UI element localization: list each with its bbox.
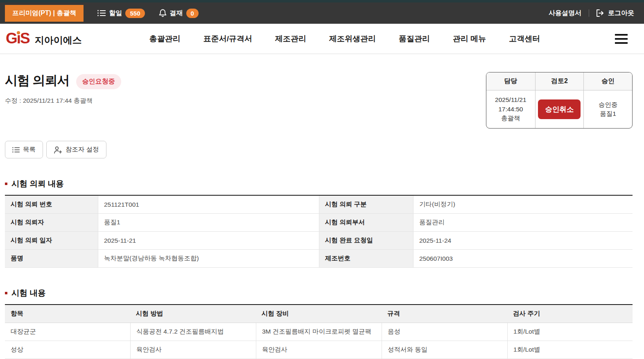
toolbar: 목록 참조자 설정 bbox=[5, 141, 633, 158]
column-header: 항목 bbox=[5, 305, 130, 323]
nav-item-standards-specs[interactable]: 표준서/규격서 bbox=[203, 34, 252, 44]
table-cell: 성적서와 동일 bbox=[382, 341, 507, 359]
navbar: GıS 지아이에스 총괄관리 표준서/규격서 제조관리 제조위생관리 품질관리 … bbox=[0, 24, 644, 54]
nav-item-customer-center[interactable]: 고객센터 bbox=[509, 34, 540, 44]
topbar-right: 사용설명서 로그아웃 bbox=[549, 9, 634, 18]
nav-item-manufacturing-hygiene[interactable]: 제조위생관리 bbox=[329, 34, 376, 44]
logout-label: 로그아웃 bbox=[608, 9, 634, 18]
column-header: 규격 bbox=[382, 305, 507, 323]
person-plus-icon bbox=[54, 146, 62, 154]
table-cell: 성상 bbox=[5, 341, 130, 359]
field-value: 품질1 bbox=[98, 214, 319, 232]
main-content: 시험 의뢰서 승인요청중 수정 : 2025/11/21 17:44 총괄책 담… bbox=[0, 72, 644, 359]
approval-manager-cell: 2025/11/21 17:44:50 총괄책 bbox=[486, 90, 535, 128]
logo[interactable]: GıS 지아이에스 bbox=[6, 31, 82, 47]
column-header: 시험 장비 bbox=[256, 305, 382, 323]
approval-line-header: 담당 검토2 승인 bbox=[486, 72, 632, 90]
test-section-title: 시험 내용 bbox=[11, 287, 45, 298]
todo-menu[interactable]: 할일 550 bbox=[97, 9, 145, 18]
field-value: 2025-11-24 bbox=[414, 232, 633, 250]
approval-line-body: 2025/11/21 17:44:50 총괄책 승인취소 승인중 품질1 bbox=[486, 90, 632, 128]
nav-item-admin-menu[interactable]: 관리 메뉴 bbox=[453, 34, 486, 44]
title-row: 시험 의뢰서 승인요청중 수정 : 2025/11/21 17:44 총괄책 담… bbox=[5, 72, 633, 129]
topbar: 프리미엄(PT) | 총괄책 할일 550 결재 0 사용설명서 로그아웃 bbox=[0, 2, 644, 24]
table-cell: 음성 bbox=[382, 323, 507, 341]
red-square-bullet bbox=[5, 183, 7, 185]
logo-i-dot bbox=[17, 31, 20, 34]
bell-icon bbox=[159, 9, 167, 17]
column-header: 검사 주기 bbox=[507, 305, 633, 323]
approval-line-box: 담당 검토2 승인 2025/11/21 17:44:50 총괄책 승인취소 승… bbox=[486, 72, 633, 129]
premium-plan-badge[interactable]: 프리미엄(PT) | 총괄책 bbox=[5, 5, 84, 22]
table-cell: 식품공전 4.7.2 건조필름배지법 bbox=[130, 323, 256, 341]
field-value: 기타(비정기) bbox=[414, 196, 633, 214]
field-value: 250607I003 bbox=[414, 250, 633, 268]
request-info-table: 시험 의뢰 번호 251121T001 시험 의뢰 구분 기타(비정기) 시험 … bbox=[5, 195, 633, 268]
field-value: 2025-11-21 bbox=[98, 232, 319, 250]
approval-menu[interactable]: 결재 0 bbox=[159, 9, 199, 18]
request-section-title: 시험 의뢰 내용 bbox=[11, 178, 64, 189]
approval-count-badge: 0 bbox=[186, 9, 199, 18]
table-cell: 3M 건조필름배지 마이크로피펫 멸균팩 bbox=[256, 323, 382, 341]
field-label: 시험 의뢰자 bbox=[5, 214, 98, 232]
table-cell: 대장균군 bbox=[5, 323, 130, 341]
approval-col-approve: 승인 bbox=[583, 72, 632, 90]
referrer-settings-button[interactable]: 참조자 설정 bbox=[46, 141, 106, 158]
test-content-table: 항목 시험 방법 시험 장비 규격 검사 주기 대장균군 식품공전 4.7.2 … bbox=[5, 304, 633, 359]
nav-item-quality-management[interactable]: 품질관리 bbox=[399, 34, 430, 44]
logo-mark: GıS bbox=[6, 31, 29, 46]
field-label: 품명 bbox=[5, 250, 98, 268]
field-label: 시험 완료 요청일 bbox=[319, 232, 414, 250]
approval-label: 결재 bbox=[170, 9, 183, 18]
table-cell: 1회/Lot별 bbox=[507, 323, 633, 341]
list-button[interactable]: 목록 bbox=[5, 141, 43, 158]
test-request-section: 시험 의뢰 내용 시험 의뢰 번호 251121T001 시험 의뢰 구분 기타… bbox=[5, 178, 633, 268]
column-header: 시험 방법 bbox=[130, 305, 256, 323]
field-label: 시험 의뢰 일자 bbox=[5, 232, 98, 250]
field-label: 시험 의뢰부서 bbox=[319, 214, 414, 232]
field-label: 시험 의뢰 번호 bbox=[5, 196, 98, 214]
field-label: 제조번호 bbox=[319, 250, 414, 268]
nav-item-general-management[interactable]: 총괄관리 bbox=[149, 34, 181, 44]
list-button-label: 목록 bbox=[23, 145, 36, 154]
table-cell: 육안검사 bbox=[256, 341, 382, 359]
approval-col-review2: 검토2 bbox=[535, 72, 584, 90]
topbar-divider bbox=[589, 9, 589, 17]
red-square-bullet bbox=[5, 292, 7, 294]
logout-icon bbox=[597, 9, 605, 17]
field-value: 251121T001 bbox=[98, 196, 319, 214]
main-nav: 총괄관리 표준서/규격서 제조관리 제조위생관리 품질관리 관리 메뉴 고객센터 bbox=[149, 34, 540, 44]
nav-item-manufacturing[interactable]: 제조관리 bbox=[275, 34, 306, 44]
list-icon bbox=[97, 9, 106, 17]
list-icon bbox=[12, 147, 20, 153]
todo-count-badge: 550 bbox=[125, 9, 145, 18]
status-badge: 승인요청중 bbox=[76, 74, 121, 89]
logout-button[interactable]: 로그아웃 bbox=[597, 9, 634, 18]
page-title: 시험 의뢰서 bbox=[5, 72, 70, 89]
logo-company-name: 지아이에스 bbox=[35, 34, 82, 47]
table-cell: 1회/Lot별 bbox=[507, 341, 633, 359]
field-label: 시험 의뢰 구분 bbox=[319, 196, 414, 214]
cancel-approval-button[interactable]: 승인취소 bbox=[538, 99, 581, 119]
modified-timestamp: 수정 : 2025/11/21 17:44 총괄책 bbox=[5, 97, 121, 105]
field-value: 녹차분말(경남하동 녹차협동조합) bbox=[98, 250, 319, 268]
table-cell: 육안검사 bbox=[130, 341, 256, 359]
field-value: 품질관리 bbox=[414, 214, 633, 232]
test-content-section: 시험 내용 항목 시험 방법 시험 장비 규격 검사 주기 대장균군 식품공전 … bbox=[5, 287, 633, 359]
approval-col-manager: 담당 bbox=[486, 72, 535, 90]
hamburger-menu-icon[interactable] bbox=[615, 34, 628, 44]
manual-link[interactable]: 사용설명서 bbox=[549, 9, 581, 18]
referrer-button-label: 참조자 설정 bbox=[66, 145, 99, 154]
approval-approver-cell: 승인중 품질1 bbox=[583, 90, 632, 128]
todo-label: 할일 bbox=[109, 9, 122, 18]
